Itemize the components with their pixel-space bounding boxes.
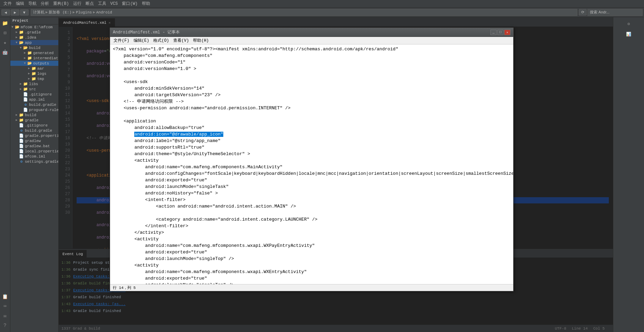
tree-item-gradlew[interactable]: 📄 gradlew — [10, 138, 58, 143]
sidebar-header: Project — [10, 17, 58, 24]
notepad-menu-view[interactable]: 查看(V) — [171, 38, 191, 43]
tree-item-generated[interactable]: ► 📁 generated — [10, 50, 58, 56]
tree-item-gradle[interactable]: ► 📁 .gradle — [10, 30, 58, 35]
menu-tools[interactable]: 工具 — [96, 1, 108, 7]
nav-back-button[interactable]: ◄ — [1, 9, 10, 16]
tree-label: gradle.properties — [24, 134, 58, 138]
notepad-close-button[interactable]: ✕ — [504, 30, 510, 35]
menu-refactor[interactable]: 重构(B) — [51, 1, 71, 7]
terminal-icon[interactable]: ⌨ — [1, 302, 10, 311]
notepad-menu-help[interactable]: 帮助(H) — [191, 38, 211, 43]
tree-label: app.iml — [28, 98, 45, 102]
tree-item-gradle-properties[interactable]: 📄 gradle.properties — [10, 133, 58, 138]
folder-icon: 📁 — [19, 35, 24, 40]
notepad-statusbar: 行 14，列 5 — [110, 284, 513, 291]
folder-icon: 📁 — [31, 77, 37, 81]
notepad-maximize-button[interactable]: □ — [497, 30, 504, 35]
tree-item-gradlew-bat[interactable]: 📄 gradlew.bat — [10, 143, 58, 149]
menu-run[interactable]: 运行 — [71, 1, 84, 7]
right-panel-icon-2[interactable]: 📊 — [624, 30, 633, 39]
right-panel: ⚙ 📊 — [613, 17, 644, 332]
notepad-menu-format[interactable]: 格式(O) — [151, 38, 171, 43]
chevron-right-icon: ► — [27, 77, 31, 81]
tree-label: logs — [37, 72, 46, 76]
tree-label: proguard-rules.pro — [28, 108, 58, 112]
tree-item-local-properties[interactable]: 📄 local.properties — [10, 149, 58, 154]
menu-help[interactable]: 帮助 — [140, 1, 152, 7]
nav-dropdown-button[interactable]: ▼ — [20, 9, 29, 16]
tree-item-app-iml[interactable]: 📄 app.iml — [10, 97, 58, 102]
menu-vcs[interactable]: VCS — [108, 1, 120, 6]
tree-item-outputs[interactable]: ▼ 📂 outputs — [10, 61, 58, 66]
event-log-icon[interactable]: 📋 — [1, 292, 10, 301]
tree-item-build-gradle-app[interactable]: ⚙ build.gradle — [10, 102, 58, 107]
tree-item-proguard[interactable]: 📄 proguard-rules.pro — [10, 107, 58, 112]
file-icon: 📄 — [23, 108, 28, 112]
structure-icon[interactable]: ⊟ — [1, 28, 10, 37]
tree-label: mfcom E:\mfcom — [20, 25, 52, 29]
menu-breakpoint[interactable]: 断点 — [84, 1, 96, 7]
chevron-right-icon: ► — [27, 72, 31, 76]
tree-item-src[interactable]: ► 📁 src — [10, 87, 58, 92]
notepad-minimize-button[interactable]: _ — [490, 30, 497, 35]
tree-item-build-gradle-root[interactable]: ⚙ build.gradle — [10, 128, 58, 133]
nav-refresh-button[interactable]: ⟳ — [579, 9, 587, 16]
tree-item-aar[interactable]: ► 📁 aar — [10, 66, 58, 71]
folder-icon: 📁 — [31, 71, 37, 76]
messages-icon[interactable]: ✉ — [1, 311, 10, 320]
tree-item-gitignore-app[interactable]: 📄 .gitignore — [10, 92, 58, 97]
file-icon: 📄 — [19, 133, 24, 138]
right-panel-icon-1[interactable]: ⚙ — [624, 19, 633, 28]
project-icon[interactable]: 📁 — [1, 19, 10, 28]
chevron-down-icon: ▼ — [19, 46, 23, 50]
tree-item-tmp[interactable]: ► 📁 tmp — [10, 76, 58, 81]
tree-item-settings-gradle[interactable]: ⚙ settings.gradle — [10, 159, 58, 164]
tree-item-mfcom-iml[interactable]: 📄 mfcom.iml — [10, 154, 58, 159]
nav-path[interactable]: 计算机 ► 新加卷 (E:) ► Plugins ► Android — [31, 9, 577, 16]
file-icon: 📄 — [19, 139, 24, 143]
tree-item-intermediates[interactable]: ► 📁 intermediates — [10, 56, 58, 61]
menu-navigate[interactable]: 导航 — [26, 1, 39, 7]
folder-icon: 📁 — [31, 66, 37, 71]
help-icon[interactable]: ? — [1, 321, 10, 330]
tree-item-mfcom[interactable]: ▼ 📂 mfcom E:\mfcom — [10, 24, 58, 30]
tree-label: gradlew — [24, 139, 41, 143]
menu-window[interactable]: 窗口(W) — [120, 1, 140, 7]
favorites-icon[interactable]: ★ — [1, 38, 10, 47]
notepad-status-text: 行 14，列 5 — [113, 285, 136, 290]
android-icon[interactable]: 🤖 — [1, 48, 10, 57]
top-menubar: 文件 编辑 导航 分析 重构(B) 运行 断点 工具 VCS 窗口(W) 帮助 — [0, 0, 644, 8]
file-icon: 📄 — [23, 92, 28, 97]
menu-analyze[interactable]: 分析 — [39, 1, 51, 7]
nav-path-plugins: Plugins — [76, 10, 92, 14]
file-icon: 📄 — [19, 123, 24, 128]
nav-path-computer: 计算机 — [33, 10, 45, 15]
tree-item-build[interactable]: ▼ 📂 build — [10, 45, 58, 50]
nav-search-input[interactable] — [587, 9, 643, 16]
tree-item-app[interactable]: ▼ 📂 app — [10, 40, 58, 45]
chevron-right-icon: ► — [14, 31, 19, 34]
notepad-content[interactable]: <?xml version="1.0" encoding="utf-8"?><m… — [110, 44, 513, 284]
tree-item-build-root[interactable]: ► 📁 build — [10, 112, 58, 118]
tree-item-gradle-root[interactable]: ► 📁 gradle — [10, 118, 58, 123]
tree-label: tmp — [37, 77, 44, 81]
outer-layout: 📁 ⊟ ★ 🤖 📋 ⌨ ✉ ? Project ▼ 📂 mfcom E:\mfc… — [0, 17, 644, 332]
notepad-menu-file[interactable]: 文件(F) — [111, 38, 131, 43]
file-icon: 📄 — [19, 149, 24, 153]
tree-label: aar — [37, 67, 44, 71]
tree-item-libs[interactable]: ► 📁 libs — [10, 81, 58, 87]
tree-label: app — [24, 41, 32, 45]
nav-path-android: Android — [96, 10, 112, 14]
menu-edit[interactable]: 编辑 — [14, 1, 26, 7]
notepad-menu-edit[interactable]: 编辑(E) — [131, 38, 152, 43]
gradle-icon: ⚙ — [19, 128, 24, 133]
menu-file[interactable]: 文件 — [1, 1, 14, 7]
tree-item-idea[interactable]: ► 📁 .idea — [10, 35, 58, 40]
nav-forward-button[interactable]: ► — [11, 9, 19, 16]
tree-label: gradle — [24, 118, 39, 122]
tree-label: local.properties — [24, 149, 58, 153]
tree-item-logs[interactable]: ► 📁 logs — [10, 71, 58, 76]
chevron-right-icon: ► — [27, 67, 31, 70]
folder-icon: 📁 — [27, 56, 32, 60]
tree-item-gitignore-root[interactable]: 📄 .gitignore — [10, 123, 58, 128]
